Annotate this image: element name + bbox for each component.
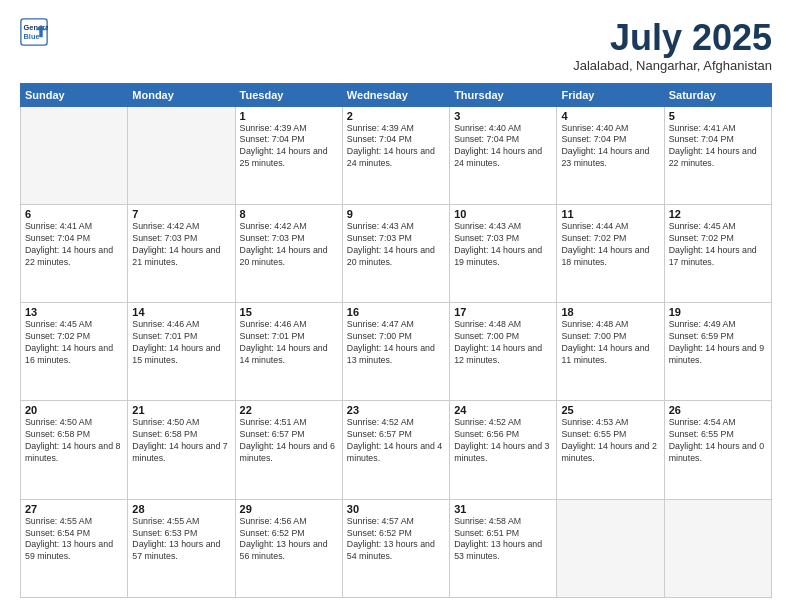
- day-number: 1: [240, 110, 338, 122]
- day-info: Sunrise: 4:45 AM Sunset: 7:02 PM Dayligh…: [25, 319, 123, 367]
- calendar-table: Sunday Monday Tuesday Wednesday Thursday…: [20, 83, 772, 598]
- day-info: Sunrise: 4:41 AM Sunset: 7:04 PM Dayligh…: [25, 221, 123, 269]
- day-cell: [557, 499, 664, 597]
- day-number: 6: [25, 208, 123, 220]
- day-info: Sunrise: 4:53 AM Sunset: 6:55 PM Dayligh…: [561, 417, 659, 465]
- week-row-4: 20Sunrise: 4:50 AM Sunset: 6:58 PM Dayli…: [21, 401, 772, 499]
- day-info: Sunrise: 4:56 AM Sunset: 6:52 PM Dayligh…: [240, 516, 338, 564]
- day-number: 9: [347, 208, 445, 220]
- day-cell: [21, 106, 128, 204]
- day-cell: 14Sunrise: 4:46 AM Sunset: 7:01 PM Dayli…: [128, 303, 235, 401]
- day-number: 31: [454, 503, 552, 515]
- location: Jalalabad, Nangarhar, Afghanistan: [573, 58, 772, 73]
- day-number: 21: [132, 404, 230, 416]
- day-number: 20: [25, 404, 123, 416]
- day-info: Sunrise: 4:39 AM Sunset: 7:04 PM Dayligh…: [347, 123, 445, 171]
- day-cell: 5Sunrise: 4:41 AM Sunset: 7:04 PM Daylig…: [664, 106, 771, 204]
- logo: General Blue: [20, 18, 48, 46]
- title-block: July 2025 Jalalabad, Nangarhar, Afghanis…: [573, 18, 772, 73]
- day-number: 11: [561, 208, 659, 220]
- day-number: 30: [347, 503, 445, 515]
- col-tuesday: Tuesday: [235, 83, 342, 106]
- logo-icon: General Blue: [20, 18, 48, 46]
- day-cell: 8Sunrise: 4:42 AM Sunset: 7:03 PM Daylig…: [235, 204, 342, 302]
- day-number: 28: [132, 503, 230, 515]
- day-number: 16: [347, 306, 445, 318]
- day-info: Sunrise: 4:42 AM Sunset: 7:03 PM Dayligh…: [132, 221, 230, 269]
- day-number: 15: [240, 306, 338, 318]
- col-wednesday: Wednesday: [342, 83, 449, 106]
- day-number: 18: [561, 306, 659, 318]
- day-cell: 23Sunrise: 4:52 AM Sunset: 6:57 PM Dayli…: [342, 401, 449, 499]
- day-number: 19: [669, 306, 767, 318]
- day-info: Sunrise: 4:55 AM Sunset: 6:54 PM Dayligh…: [25, 516, 123, 564]
- day-info: Sunrise: 4:51 AM Sunset: 6:57 PM Dayligh…: [240, 417, 338, 465]
- day-cell: 28Sunrise: 4:55 AM Sunset: 6:53 PM Dayli…: [128, 499, 235, 597]
- day-cell: 21Sunrise: 4:50 AM Sunset: 6:58 PM Dayli…: [128, 401, 235, 499]
- day-cell: 12Sunrise: 4:45 AM Sunset: 7:02 PM Dayli…: [664, 204, 771, 302]
- header: General Blue July 2025 Jalalabad, Nangar…: [20, 18, 772, 73]
- day-cell: 11Sunrise: 4:44 AM Sunset: 7:02 PM Dayli…: [557, 204, 664, 302]
- day-cell: 25Sunrise: 4:53 AM Sunset: 6:55 PM Dayli…: [557, 401, 664, 499]
- day-cell: 2Sunrise: 4:39 AM Sunset: 7:04 PM Daylig…: [342, 106, 449, 204]
- day-number: 5: [669, 110, 767, 122]
- day-info: Sunrise: 4:48 AM Sunset: 7:00 PM Dayligh…: [561, 319, 659, 367]
- day-number: 8: [240, 208, 338, 220]
- day-cell: 24Sunrise: 4:52 AM Sunset: 6:56 PM Dayli…: [450, 401, 557, 499]
- day-cell: 6Sunrise: 4:41 AM Sunset: 7:04 PM Daylig…: [21, 204, 128, 302]
- day-number: 3: [454, 110, 552, 122]
- day-cell: 10Sunrise: 4:43 AM Sunset: 7:03 PM Dayli…: [450, 204, 557, 302]
- col-saturday: Saturday: [664, 83, 771, 106]
- day-cell: 26Sunrise: 4:54 AM Sunset: 6:55 PM Dayli…: [664, 401, 771, 499]
- page: General Blue July 2025 Jalalabad, Nangar…: [0, 0, 792, 612]
- day-info: Sunrise: 4:52 AM Sunset: 6:56 PM Dayligh…: [454, 417, 552, 465]
- day-cell: 3Sunrise: 4:40 AM Sunset: 7:04 PM Daylig…: [450, 106, 557, 204]
- day-cell: 19Sunrise: 4:49 AM Sunset: 6:59 PM Dayli…: [664, 303, 771, 401]
- day-number: 26: [669, 404, 767, 416]
- day-info: Sunrise: 4:40 AM Sunset: 7:04 PM Dayligh…: [561, 123, 659, 171]
- day-cell: 31Sunrise: 4:58 AM Sunset: 6:51 PM Dayli…: [450, 499, 557, 597]
- day-cell: 20Sunrise: 4:50 AM Sunset: 6:58 PM Dayli…: [21, 401, 128, 499]
- day-info: Sunrise: 4:46 AM Sunset: 7:01 PM Dayligh…: [240, 319, 338, 367]
- day-info: Sunrise: 4:40 AM Sunset: 7:04 PM Dayligh…: [454, 123, 552, 171]
- col-thursday: Thursday: [450, 83, 557, 106]
- day-info: Sunrise: 4:46 AM Sunset: 7:01 PM Dayligh…: [132, 319, 230, 367]
- day-cell: 13Sunrise: 4:45 AM Sunset: 7:02 PM Dayli…: [21, 303, 128, 401]
- month-title: July 2025: [573, 18, 772, 58]
- day-info: Sunrise: 4:54 AM Sunset: 6:55 PM Dayligh…: [669, 417, 767, 465]
- day-cell: 7Sunrise: 4:42 AM Sunset: 7:03 PM Daylig…: [128, 204, 235, 302]
- day-number: 23: [347, 404, 445, 416]
- day-cell: 18Sunrise: 4:48 AM Sunset: 7:00 PM Dayli…: [557, 303, 664, 401]
- week-row-1: 1Sunrise: 4:39 AM Sunset: 7:04 PM Daylig…: [21, 106, 772, 204]
- day-info: Sunrise: 4:58 AM Sunset: 6:51 PM Dayligh…: [454, 516, 552, 564]
- day-info: Sunrise: 4:41 AM Sunset: 7:04 PM Dayligh…: [669, 123, 767, 171]
- day-cell: [128, 106, 235, 204]
- day-cell: 9Sunrise: 4:43 AM Sunset: 7:03 PM Daylig…: [342, 204, 449, 302]
- day-cell: 1Sunrise: 4:39 AM Sunset: 7:04 PM Daylig…: [235, 106, 342, 204]
- day-info: Sunrise: 4:43 AM Sunset: 7:03 PM Dayligh…: [454, 221, 552, 269]
- col-sunday: Sunday: [21, 83, 128, 106]
- day-info: Sunrise: 4:50 AM Sunset: 6:58 PM Dayligh…: [25, 417, 123, 465]
- col-friday: Friday: [557, 83, 664, 106]
- week-row-5: 27Sunrise: 4:55 AM Sunset: 6:54 PM Dayli…: [21, 499, 772, 597]
- day-number: 7: [132, 208, 230, 220]
- day-number: 29: [240, 503, 338, 515]
- week-row-3: 13Sunrise: 4:45 AM Sunset: 7:02 PM Dayli…: [21, 303, 772, 401]
- day-number: 13: [25, 306, 123, 318]
- day-number: 2: [347, 110, 445, 122]
- day-info: Sunrise: 4:49 AM Sunset: 6:59 PM Dayligh…: [669, 319, 767, 367]
- day-info: Sunrise: 4:45 AM Sunset: 7:02 PM Dayligh…: [669, 221, 767, 269]
- day-cell: 27Sunrise: 4:55 AM Sunset: 6:54 PM Dayli…: [21, 499, 128, 597]
- svg-text:Blue: Blue: [24, 32, 40, 41]
- day-cell: [664, 499, 771, 597]
- day-number: 25: [561, 404, 659, 416]
- day-info: Sunrise: 4:48 AM Sunset: 7:00 PM Dayligh…: [454, 319, 552, 367]
- day-number: 12: [669, 208, 767, 220]
- calendar-header-row: Sunday Monday Tuesday Wednesday Thursday…: [21, 83, 772, 106]
- day-number: 17: [454, 306, 552, 318]
- day-cell: 29Sunrise: 4:56 AM Sunset: 6:52 PM Dayli…: [235, 499, 342, 597]
- day-cell: 22Sunrise: 4:51 AM Sunset: 6:57 PM Dayli…: [235, 401, 342, 499]
- day-cell: 30Sunrise: 4:57 AM Sunset: 6:52 PM Dayli…: [342, 499, 449, 597]
- day-cell: 17Sunrise: 4:48 AM Sunset: 7:00 PM Dayli…: [450, 303, 557, 401]
- week-row-2: 6Sunrise: 4:41 AM Sunset: 7:04 PM Daylig…: [21, 204, 772, 302]
